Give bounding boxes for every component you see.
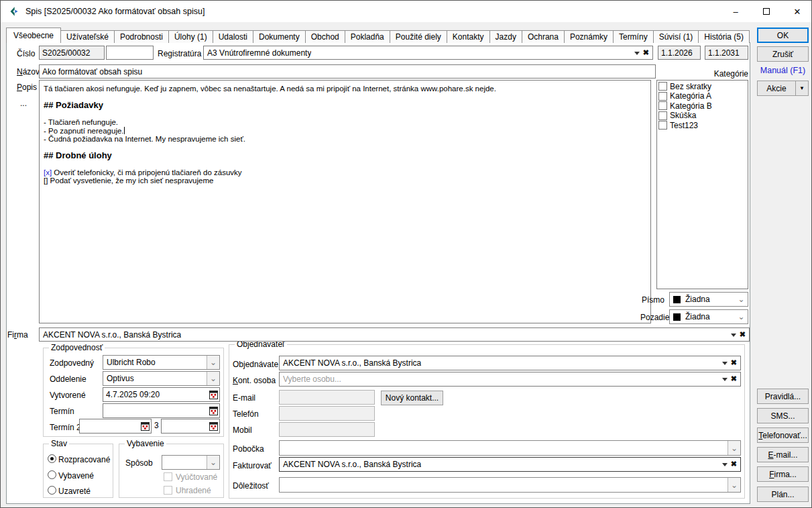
akcie-split-button[interactable]: Akcie ▼ xyxy=(757,81,809,96)
list-item[interactable]: Kategória B xyxy=(658,101,748,111)
tab-suvisi[interactable]: Súvisí (1) xyxy=(653,30,699,43)
clear-icon[interactable]: ✖ xyxy=(643,48,649,57)
kont-osoba-combo[interactable]: Vyberte osobu... ✖ xyxy=(279,372,741,387)
dropdown-arrow-icon[interactable] xyxy=(722,362,728,368)
chevron-down-icon[interactable]: ⌄ xyxy=(207,456,219,469)
dropdown-arrow-icon[interactable] xyxy=(634,52,640,58)
cislo-input[interactable] xyxy=(39,46,105,60)
radio-rozpracovane[interactable] xyxy=(48,454,56,463)
checkbox-icon[interactable] xyxy=(658,101,667,110)
popis-editor[interactable]: Tá tlačiaren akosi nefunguje. Keď ju zap… xyxy=(39,80,651,323)
tab-pouzite-diely[interactable]: Použité diely xyxy=(390,30,447,43)
valid-to-input[interactable] xyxy=(705,46,748,60)
clear-icon[interactable]: ✖ xyxy=(731,460,737,468)
mobil-input[interactable] xyxy=(279,422,375,437)
tab-podrobnosti[interactable]: Podrobnosti xyxy=(114,30,169,43)
tab-ulohy[interactable]: Úlohy (1) xyxy=(168,30,213,43)
tab-udalosti[interactable]: Udalosti xyxy=(213,30,253,43)
tab-pokladna[interactable]: Pokladňa xyxy=(345,30,390,43)
email-input[interactable] xyxy=(279,390,375,405)
oddelenie-combo[interactable]: Optivus ⌄ xyxy=(103,371,220,386)
clear-icon[interactable]: ✖ xyxy=(731,374,737,383)
zodpovedny-combo[interactable]: Ulbricht Robo ⌄ xyxy=(103,355,220,370)
clear-icon[interactable]: ✖ xyxy=(740,330,746,339)
pobocka-combo[interactable]: ⌄ xyxy=(279,440,741,456)
list-item[interactable]: Kategória A xyxy=(658,92,748,101)
list-item[interactable]: Skúška xyxy=(658,111,748,121)
calendar-icon[interactable] xyxy=(209,407,218,415)
cancel-button[interactable]: Zrušiť xyxy=(757,46,809,62)
vyuctovane-checkbox[interactable] xyxy=(164,472,172,481)
checkbox-icon[interactable] xyxy=(658,92,667,101)
sms-button[interactable]: SMS... xyxy=(757,408,809,423)
calendar-icon[interactable] xyxy=(141,422,150,431)
termin-input[interactable] xyxy=(103,403,220,418)
radio-rozpracovane-label: Rozpracované xyxy=(58,455,110,464)
tab-kontakty[interactable]: Kontakty xyxy=(447,30,490,43)
akcie-label[interactable]: Akcie xyxy=(758,81,795,95)
maximize-button[interactable] xyxy=(751,1,782,22)
tab-poznamky[interactable]: Poznámky xyxy=(564,30,614,43)
uhradene-checkbox[interactable] xyxy=(164,486,172,495)
vytvorene-label: Vytvorené xyxy=(50,391,86,400)
tab-ochrana[interactable]: Ochrana xyxy=(522,30,565,43)
list-item[interactable]: Test123 xyxy=(658,121,748,130)
ok-button[interactable]: OK xyxy=(757,28,809,43)
chevron-down-icon[interactable]: ⌄ xyxy=(207,356,219,369)
registratura-combo[interactable]: A3 Vnútrofiremné dokumenty ✖ xyxy=(203,46,653,60)
tab-historia[interactable]: História (5) xyxy=(698,30,750,43)
pozadie-color-combo[interactable]: Žiadna ⌄ xyxy=(669,309,748,324)
calendar-icon[interactable] xyxy=(209,422,218,431)
fakturovat-combo[interactable]: AKCENT NOVA s.r.o., Banská Bystrica ✖ xyxy=(279,457,741,472)
akcie-dropdown-arrow-icon[interactable]: ▼ xyxy=(795,81,808,95)
chevron-down-icon[interactable]: ⌄ xyxy=(207,372,219,385)
email-button[interactable]: E-mail... xyxy=(757,447,809,462)
chevron-down-icon[interactable]: ⌄ xyxy=(735,310,748,323)
chevron-down-icon[interactable]: ⌄ xyxy=(728,478,740,492)
checkbox-icon[interactable] xyxy=(658,111,667,120)
dropdown-arrow-icon[interactable] xyxy=(731,334,736,340)
checkbox-icon[interactable] xyxy=(658,82,667,91)
vytvorene-date-field[interactable] xyxy=(103,387,220,402)
manual-link[interactable]: Manuál (F1) xyxy=(757,66,809,75)
novy-kontakt-button[interactable]: Nový kontakt... xyxy=(381,391,443,405)
close-button[interactable]: ✕ xyxy=(782,1,812,22)
termin2-date-field-2[interactable] xyxy=(161,419,220,434)
objednavatel-combo[interactable]: AKCENT NOVA s.r.o., Banská Bystrica ✖ xyxy=(279,356,741,370)
tab-jazdy[interactable]: Jazdy xyxy=(489,30,522,43)
dropdown-arrow-icon[interactable] xyxy=(722,378,728,384)
plan-button[interactable]: Plán... xyxy=(757,487,809,502)
tab-obchod[interactable]: Obchod xyxy=(305,30,345,43)
popis-more-button[interactable]: ... xyxy=(20,99,27,108)
nazov-input[interactable] xyxy=(39,64,656,79)
calendar-icon[interactable] xyxy=(209,391,218,399)
vytvorene-input[interactable] xyxy=(103,387,220,402)
tab-vseobecne[interactable]: Všeobecne xyxy=(6,28,61,43)
kategorie-list[interactable]: Bez skratky Kategória A Kategória B Skúš… xyxy=(656,80,748,289)
list-item[interactable]: Bez skratky xyxy=(658,82,748,91)
dropdown-arrow-icon[interactable] xyxy=(722,463,728,469)
telefonovat-button[interactable]: Telefonovať... xyxy=(757,427,809,443)
chevron-down-icon[interactable]: ⌄ xyxy=(728,441,740,455)
termin2-date-field-1[interactable] xyxy=(79,419,152,434)
clear-icon[interactable]: ✖ xyxy=(731,358,737,367)
firma-button[interactable]: Firma... xyxy=(757,466,809,482)
sposob-combo[interactable]: ⌄ xyxy=(162,455,220,470)
cislo-sufix-input[interactable] xyxy=(106,46,154,60)
objednavatel-value: AKCENT NOVA s.r.o., Banská Bystrica xyxy=(283,358,421,368)
minimize-button[interactable]: – xyxy=(720,1,751,22)
pismo-color-combo[interactable]: Žiadna ⌄ xyxy=(669,292,748,307)
radio-vybavene[interactable] xyxy=(48,470,56,479)
radio-uzavrete[interactable] xyxy=(48,486,56,495)
pravidla-button[interactable]: Pravidlá... xyxy=(757,389,809,404)
tab-terminy[interactable]: Termíny xyxy=(613,30,654,43)
tab-uzivatelske[interactable]: Užívateľské xyxy=(60,30,115,43)
termin-date-field[interactable] xyxy=(103,403,220,418)
firma-combo[interactable]: AKCENT NOVA s.r.o., Banská Bystrica ✖ xyxy=(39,327,750,342)
telefon-input[interactable] xyxy=(279,406,375,421)
checkbox-icon[interactable] xyxy=(658,121,667,130)
chevron-down-icon[interactable]: ⌄ xyxy=(735,293,748,306)
tab-dokumenty[interactable]: Dokumenty xyxy=(253,30,306,43)
dolezitost-combo[interactable]: ⌄ xyxy=(279,477,741,493)
valid-from-input[interactable] xyxy=(658,46,701,60)
